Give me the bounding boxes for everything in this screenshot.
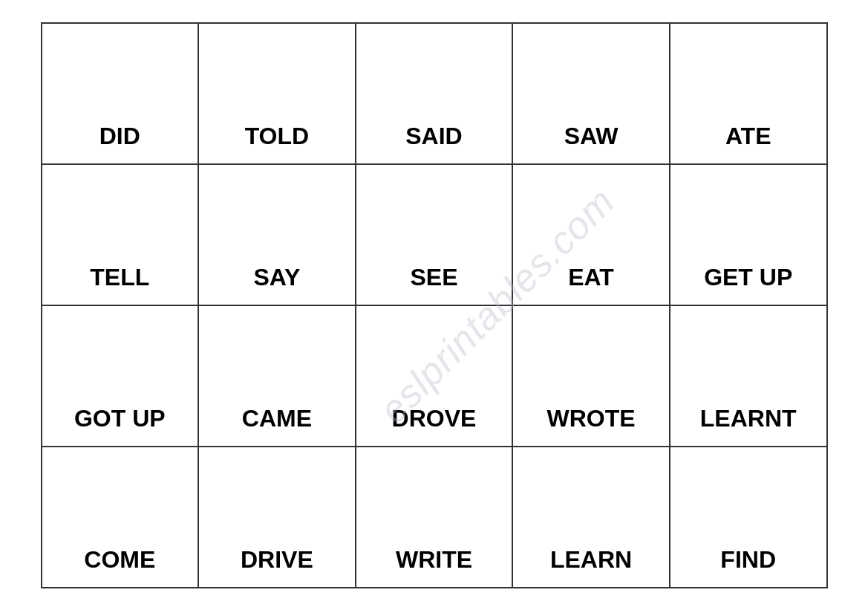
cell-word: DID — [50, 123, 191, 150]
cell-word: GOT UP — [50, 405, 191, 432]
grid-cell: SAY — [198, 164, 356, 305]
grid-cell: DRIVE — [198, 447, 356, 588]
cell-word: SAW — [521, 123, 662, 150]
cell-word: LEARNT — [678, 405, 819, 432]
word-grid: DIDTOLDSAIDSAWATETELLSAYSEEEATGET UPGOT … — [41, 22, 828, 588]
grid-cell: DROVE — [356, 305, 513, 447]
grid-cell: LEARN — [512, 447, 670, 588]
cell-word: DROVE — [364, 405, 505, 432]
grid-cell: DID — [42, 23, 199, 164]
grid-cell: SAID — [356, 23, 513, 164]
grid-cell: SEE — [356, 164, 513, 305]
grid-cell: LEARNT — [670, 305, 827, 447]
cell-word: WROTE — [521, 405, 662, 432]
cell-word: CAME — [206, 405, 347, 432]
cell-word: GET UP — [678, 264, 819, 291]
grid-cell: WROTE — [512, 305, 670, 447]
cell-word: SAY — [206, 264, 347, 291]
cell-word: DRIVE — [206, 546, 347, 574]
grid-cell: EAT — [512, 164, 670, 305]
grid-cell: FIND — [670, 447, 827, 588]
cell-word: FIND — [678, 546, 819, 574]
grid-cell: TELL — [42, 164, 199, 305]
cell-word: EAT — [521, 264, 662, 291]
cell-word: LEARN — [521, 546, 662, 574]
grid-cell: CAME — [198, 305, 356, 447]
grid-cell: ATE — [670, 23, 827, 164]
cell-word: SAID — [364, 123, 505, 150]
cell-word: TELL — [50, 264, 191, 291]
grid-cell: COME — [42, 447, 199, 588]
cell-word: SEE — [364, 264, 505, 291]
cell-word: TOLD — [206, 123, 347, 150]
cell-word: COME — [50, 546, 191, 574]
cell-word: WRITE — [364, 546, 505, 574]
page-wrapper: eslprintables.com DIDTOLDSAIDSAWATETELLS… — [26, 7, 843, 603]
grid-cell: GOT UP — [42, 305, 199, 447]
grid-cell: SAW — [512, 23, 670, 164]
grid-cell: WRITE — [356, 447, 513, 588]
grid-cell: GET UP — [670, 164, 827, 305]
cell-word: ATE — [678, 123, 819, 150]
grid-cell: TOLD — [198, 23, 356, 164]
